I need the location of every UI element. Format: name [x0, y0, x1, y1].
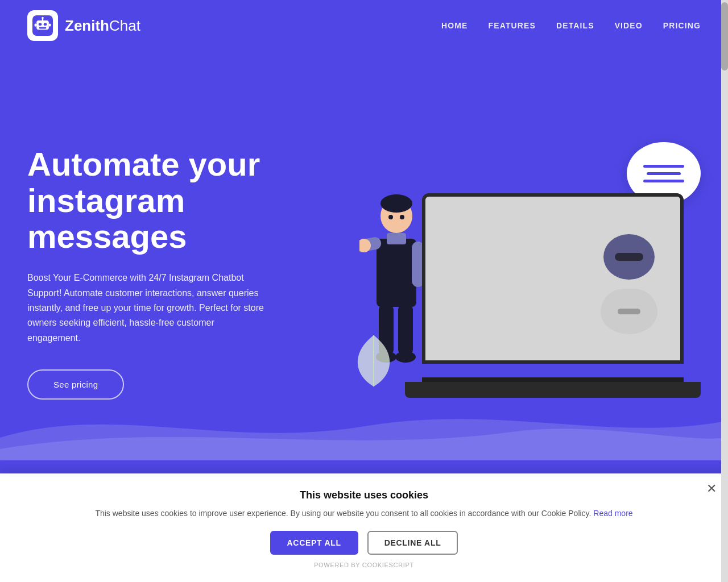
svg-rect-7: [35, 23, 37, 26]
hero-heading: Automate your instagram messages: [27, 146, 312, 255]
robot-mouth-large: [618, 309, 640, 314]
chat-lines: [643, 165, 684, 182]
scrollbar[interactable]: [721, 0, 728, 582]
hero-illustration: [348, 125, 701, 421]
nav-features[interactable]: FEATURES: [489, 21, 536, 30]
svg-rect-2: [39, 23, 42, 26]
decline-all-button[interactable]: DECLINE ALL: [367, 531, 458, 555]
cookie-powered-text: POWERED BY COOKIESCRIPT: [23, 562, 705, 568]
svg-rect-3: [44, 23, 47, 26]
cookie-close-button[interactable]: ✕: [706, 483, 717, 495]
laptop-illustration: [405, 193, 701, 398]
hero-description: Boost Your E-Commerce with 24/7 Instagra…: [27, 271, 266, 346]
nav-home[interactable]: HOME: [441, 21, 468, 30]
laptop-screen: [422, 193, 684, 364]
see-pricing-button[interactable]: See pricing: [27, 369, 124, 400]
laptop-hinge: [422, 377, 684, 382]
nav-pricing[interactable]: PRICING: [663, 21, 701, 30]
leaf-decoration: [348, 330, 399, 392]
cookie-title: This website uses cookies: [23, 489, 705, 501]
svg-rect-12: [387, 233, 406, 244]
robot-body-large: [601, 289, 657, 334]
cookie-body: This website uses cookies to improve use…: [23, 507, 705, 519]
svg-point-20: [400, 215, 404, 219]
header: ZenithChat HOME FEATURES DETAILS VIDEO P…: [0, 0, 728, 51]
svg-rect-4: [39, 27, 47, 29]
main-nav: HOME FEATURES DETAILS VIDEO PRICING: [441, 21, 701, 30]
nav-details[interactable]: DETAILS: [556, 21, 594, 30]
hero-content: Automate your instagram messages Boost Y…: [27, 146, 312, 400]
svg-point-6: [42, 17, 44, 19]
chat-line-3: [643, 180, 684, 182]
svg-point-19: [388, 215, 393, 219]
nav-video[interactable]: VIDEO: [615, 21, 643, 30]
robot-on-screen: [601, 234, 657, 334]
logo[interactable]: ZenithChat: [27, 10, 140, 41]
accept-all-button[interactable]: ACCEPT ALL: [270, 531, 358, 555]
cookie-buttons: ACCEPT ALL DECLINE ALL: [23, 531, 705, 555]
logo-text: ZenithChat: [65, 17, 140, 35]
chat-line-2: [647, 172, 681, 175]
chat-line-1: [643, 165, 684, 168]
logo-icon: [27, 10, 58, 41]
svg-rect-8: [49, 23, 51, 26]
robot-eye-bar-large: [615, 253, 643, 261]
wave-decoration: [0, 392, 728, 460]
robot-head-large: [603, 234, 655, 280]
laptop-screen-inner: [425, 197, 680, 360]
hero-section: Automate your instagram messages Boost Y…: [0, 51, 728, 460]
cookie-banner: ✕ This website uses cookies This website…: [0, 473, 728, 582]
cookie-read-more-link[interactable]: Read more: [593, 509, 632, 518]
